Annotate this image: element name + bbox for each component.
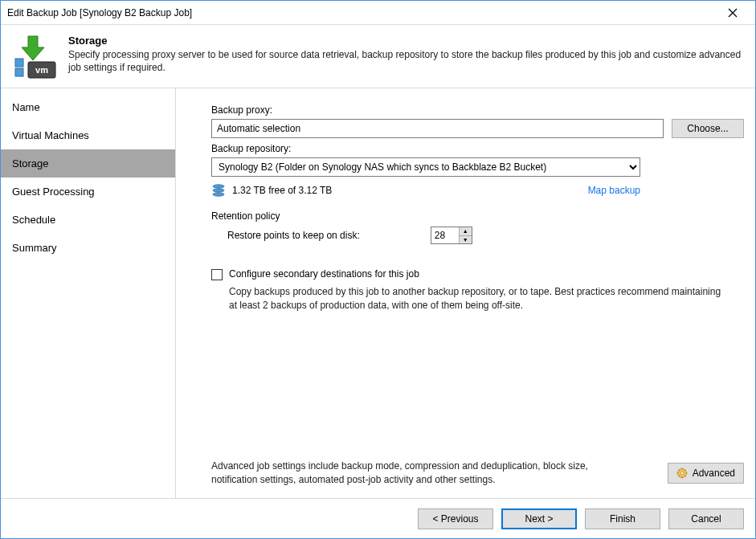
sidebar-item-schedule[interactable]: Schedule (1, 206, 175, 234)
backup-repository-select[interactable]: Synology B2 (Folder on Synology NAS whic… (211, 157, 640, 177)
svg-marker-2 (22, 36, 44, 60)
advanced-row: Advanced job settings include backup mod… (211, 459, 744, 490)
spinner-arrows: ▲ ▼ (459, 227, 472, 243)
backup-repository-label: Backup repository: (211, 143, 744, 154)
advanced-note: Advanced job settings include backup mod… (211, 459, 613, 487)
header-title: Storage (68, 35, 744, 47)
header-text: Storage Specify processing proxy server … (68, 35, 744, 74)
backup-proxy-label: Backup proxy: (211, 104, 744, 116)
sidebar-item-virtual-machines[interactable]: Virtual Machines (1, 121, 175, 149)
previous-button[interactable]: < Previous (418, 508, 493, 529)
secondary-dest-checkbox[interactable] (211, 269, 223, 280)
svg-text:vm: vm (35, 65, 48, 75)
cancel-button[interactable]: Cancel (668, 508, 744, 529)
finish-button[interactable]: Finish (585, 508, 660, 529)
dialog-window: Edit Backup Job [Synology B2 Backup Job]… (0, 0, 756, 539)
svg-point-8 (213, 189, 224, 192)
dialog-body: Name Virtual Machines Storage Guest Proc… (1, 88, 755, 498)
storage-panel: Backup proxy: Choose... Backup repositor… (176, 88, 755, 498)
spinner-down-icon[interactable]: ▼ (460, 236, 472, 244)
restore-points-row: Restore points to keep on disk: ▲ ▼ (211, 227, 744, 244)
header-description: Specify processing proxy server to be us… (68, 48, 744, 74)
restore-points-label: Restore points to keep on disk: (227, 230, 360, 241)
advanced-button[interactable]: Advanced (668, 463, 744, 484)
svg-point-7 (213, 185, 224, 188)
disk-stack-icon (211, 183, 226, 198)
storage-free-text: 1.32 TB free of 3.12 TB (232, 185, 332, 196)
storage-header-icon: vm (12, 35, 57, 80)
gear-icon (676, 468, 688, 479)
svg-rect-3 (15, 59, 23, 67)
sidebar-item-summary[interactable]: Summary (1, 234, 175, 262)
advanced-button-label: Advanced (693, 468, 735, 479)
dialog-footer: < Previous Next > Finish Cancel (1, 498, 755, 538)
map-backup-link[interactable]: Map backup (588, 185, 640, 196)
window-title: Edit Backup Job [Synology B2 Backup Job] (7, 7, 717, 18)
sidebar-item-storage[interactable]: Storage (1, 149, 175, 178)
restore-points-spinner[interactable]: ▲ ▼ (431, 227, 472, 244)
svg-point-19 (680, 472, 684, 475)
close-icon (728, 8, 738, 18)
spinner-up-icon[interactable]: ▲ (460, 227, 472, 236)
sidebar-item-guest-processing[interactable]: Guest Processing (1, 178, 175, 206)
choose-proxy-button[interactable]: Choose... (672, 119, 744, 138)
wizard-sidebar: Name Virtual Machines Storage Guest Proc… (1, 88, 176, 498)
retention-policy-label: Retention policy (211, 210, 744, 222)
close-button[interactable] (717, 2, 749, 24)
secondary-dest-label: Configure secondary destinations for thi… (229, 268, 419, 280)
svg-rect-4 (15, 68, 23, 76)
secondary-dest-row: Configure secondary destinations for thi… (211, 268, 744, 280)
titlebar: Edit Backup Job [Synology B2 Backup Job] (1, 1, 755, 25)
svg-point-9 (213, 193, 224, 196)
secondary-dest-description: Copy backups produced by this job to ano… (211, 285, 725, 312)
sidebar-item-name[interactable]: Name (1, 93, 175, 121)
storage-free-row: 1.32 TB free of 3.12 TB Map backup (211, 183, 640, 198)
dialog-header: vm Storage Specify processing proxy serv… (1, 25, 755, 88)
backup-proxy-input[interactable] (211, 119, 664, 138)
restore-points-input[interactable] (431, 227, 459, 243)
next-button[interactable]: Next > (501, 508, 577, 529)
